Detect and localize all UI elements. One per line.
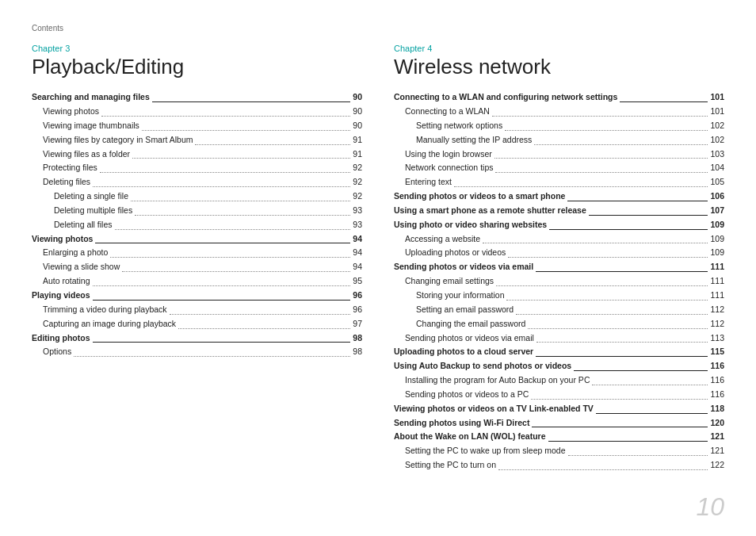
toc-entry: Entering text105 [394,175,724,190]
toc-dots [548,441,708,442]
toc-dots [536,342,708,343]
chapter3-label: Chapter 3 [32,44,362,53]
toc-page-number: 91 [353,147,362,162]
toc-page-number: 105 [710,175,724,190]
toc-page-number: 98 [353,331,362,346]
toc-entry-text: Deleting a single file [54,190,128,204]
toc-dots [115,229,351,230]
toc-entry-text: Enlarging a photo [43,246,108,260]
toc-dots [496,285,708,286]
toc-dots [132,158,350,159]
toc-dots [93,285,351,286]
toc-entry: Searching and managing files90 [32,90,362,105]
toc-entry-text: Setting an email password [416,303,514,317]
toc-dots [95,243,350,243]
toc-page-number: 92 [353,190,362,204]
toc-entry: Sending photos or videos via email113 [394,331,724,346]
toc-entry-text: Changing the email password [416,317,525,331]
toc-page-number: 91 [353,133,362,147]
toc-entry: Deleting all files93 [32,218,362,232]
toc-page-number: 107 [710,204,724,218]
toc-dots [498,469,708,470]
toc-page-number: 92 [353,161,362,175]
toc-entry: Using the login browser103 [394,147,724,162]
right-toc: Connecting to a WLAN and configuring net… [394,90,724,473]
toc-entry-text: Viewing photos or videos on a TV Link-en… [394,402,594,416]
toc-page-number: 102 [710,133,724,147]
toc-entry-text: Using a smart phone as a remote shutter … [394,204,586,218]
toc-entry-text: Uploading photos or videos [405,246,506,260]
toc-page-number: 112 [710,317,724,331]
toc-entry-text: Installing the program for Auto Backup o… [405,373,590,388]
toc-dots [93,300,351,301]
toc-entry: Options98 [32,345,362,359]
toc-page-number: 103 [710,147,724,162]
toc-dots [536,271,708,272]
toc-entry: Sending photos or videos to a PC116 [394,388,724,402]
toc-entry-text: Capturing an image during playback [43,317,176,331]
chapter4-label: Chapter 4 [394,44,724,53]
toc-dots [516,314,708,315]
toc-entry-text: Entering text [405,175,452,190]
toc-entry: Viewing files by category in Smart Album… [32,133,362,147]
toc-entry: Deleting multiple files93 [32,204,362,218]
toc-entry: Protecting files92 [32,161,362,175]
toc-entry: Playing videos96 [32,289,362,303]
toc-dots [93,186,350,187]
toc-entry: Viewing files as a folder91 [32,147,362,162]
two-column-layout: Chapter 3 Playback/Editing Searching and… [32,44,724,473]
toc-page-number: 96 [353,289,362,303]
toc-page-number: 90 [353,119,362,133]
toc-page-number: 109 [710,218,724,232]
toc-dots [454,186,708,187]
toc-page-number: 116 [710,373,724,388]
toc-dots [536,356,708,357]
toc-entry: Auto rotating95 [32,274,362,289]
toc-dots [122,271,350,272]
toc-dots [531,399,708,400]
toc-entry: Manually setting the IP address102 [394,133,724,147]
toc-page-number: 111 [710,274,724,289]
toc-dots [592,385,708,385]
toc-entry: Network connection tips104 [394,161,724,175]
toc-dots [589,215,708,216]
toc-entry-text: Using photo or video sharing websites [394,218,547,232]
toc-entry-text: Deleting files [43,175,90,190]
toc-dots [574,370,708,371]
toc-dots [142,130,351,131]
toc-entry: Changing the email password112 [394,317,724,331]
toc-entry-text: Auto rotating [43,274,90,289]
toc-entry-text: Deleting all files [54,218,113,232]
toc-page-number: 95 [353,274,362,289]
toc-entry-text: Viewing photos [43,105,99,119]
toc-entry: Viewing image thumbnails90 [32,119,362,133]
toc-dots [568,455,708,456]
toc-entry-text: Using the login browser [405,147,492,162]
toc-page-number: 94 [353,232,362,247]
toc-entry-text: Viewing files as a folder [43,147,130,162]
toc-dots [528,328,708,329]
toc-entry-text: Uploading photos to a cloud server [394,345,533,359]
left-column: Chapter 3 Playback/Editing Searching and… [32,44,362,473]
toc-dots [110,257,350,258]
toc-page-number: 94 [353,260,362,274]
toc-page-number: 113 [710,331,724,346]
toc-entry-text: Connecting to a WLAN and configuring net… [394,90,617,105]
toc-dots [101,116,350,117]
toc-dots [495,172,708,173]
toc-entry-text: Viewing image thumbnails [43,119,139,133]
toc-page-number: 121 [710,430,724,444]
toc-page-number: 92 [353,175,362,190]
chapter4-title: Wireless network [394,55,724,79]
toc-dots [596,413,708,414]
toc-entry-text: Viewing files by category in Smart Album [43,133,193,147]
left-toc: Searching and managing files90Viewing ph… [32,90,362,359]
toc-page-number: 101 [710,105,724,119]
toc-entry-text: Trimming a video during playback [43,303,167,317]
toc-entry: Sending photos or videos to a smart phon… [394,190,724,204]
toc-entry: Setting network options102 [394,119,724,133]
toc-entry: Uploading photos or videos109 [394,246,724,260]
toc-page-number: 98 [353,345,362,359]
toc-entry: Accessing a website109 [394,232,724,247]
toc-dots [152,101,351,102]
